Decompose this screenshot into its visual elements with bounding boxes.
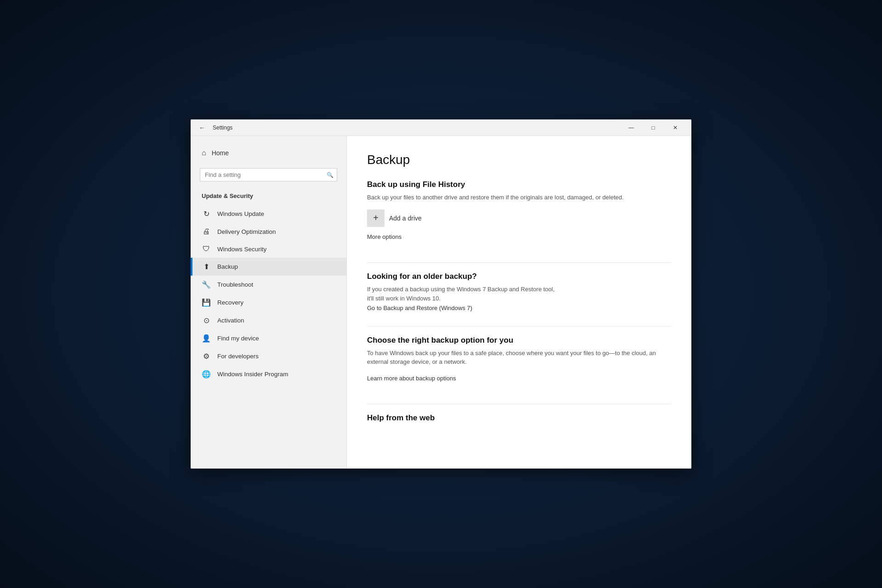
title-bar: ← Settings — □ ✕ [191, 119, 691, 136]
close-button[interactable]: ✕ [665, 120, 686, 135]
developers-icon: ⚙ [202, 352, 211, 361]
delivery-optimization-icon: 🖨 [202, 227, 211, 236]
plus-icon: + [367, 209, 384, 227]
find-device-icon: 👤 [202, 334, 211, 343]
backup-icon: ⬆ [202, 262, 211, 271]
divider-2 [367, 326, 671, 327]
home-icon: ⌂ [202, 149, 206, 157]
older-backup-heading: Looking for an older backup? [367, 272, 671, 281]
recovery-icon: 💾 [202, 298, 211, 307]
title-bar-left: ← Settings [196, 123, 621, 132]
back-button[interactable]: ← [196, 123, 208, 132]
window-title: Settings [213, 124, 232, 131]
content-area: ⌂ Home 🔍 Update & Security ↻ Windows Upd… [191, 136, 691, 469]
activation-icon: ⊙ [202, 316, 211, 325]
older-backup-link[interactable]: Go to Backup and Restore (Windows 7) [367, 304, 472, 313]
sidebar-item-label: Windows Insider Program [217, 371, 288, 378]
home-label: Home [212, 149, 229, 157]
sidebar-section-label: Update & Security [191, 189, 346, 205]
sidebar-item-backup[interactable]: ⬆ Backup [191, 258, 346, 276]
troubleshoot-icon: 🔧 [202, 280, 211, 289]
sidebar-item-label: For developers [217, 353, 259, 360]
maximize-button[interactable]: □ [643, 120, 664, 135]
right-backup-heading: Choose the right backup option for you [367, 336, 671, 345]
file-history-desc: Back up your files to another drive and … [367, 193, 671, 202]
right-backup-desc: To have Windows back up your files to a … [367, 349, 671, 367]
minimize-button[interactable]: — [621, 120, 642, 135]
sidebar-item-label: Troubleshoot [217, 281, 253, 288]
sidebar-item-windows-update[interactable]: ↻ Windows Update [191, 205, 346, 223]
sidebar-item-windows-security[interactable]: 🛡 Windows Security [191, 240, 346, 258]
sidebar-item-label: Delivery Optimization [217, 228, 276, 235]
search-icon: 🔍 [327, 172, 334, 178]
help-web-heading: Help from the web [367, 413, 671, 423]
sidebar: ⌂ Home 🔍 Update & Security ↻ Windows Upd… [191, 136, 347, 469]
sidebar-item-for-developers[interactable]: ⚙ For developers [191, 347, 346, 365]
insider-icon: 🌐 [202, 370, 211, 379]
settings-window: ← Settings — □ ✕ ⌂ Home 🔍 Update & Secur… [191, 119, 691, 469]
sidebar-item-label: Recovery [217, 299, 243, 306]
divider-3 [367, 404, 671, 404]
sidebar-item-label: Windows Security [217, 246, 266, 253]
add-drive-label: Add a drive [389, 215, 422, 222]
divider-1 [367, 262, 671, 263]
page-title: Backup [367, 153, 671, 167]
learn-more-link[interactable]: Learn more about backup options [367, 375, 456, 382]
windows-update-icon: ↻ [202, 209, 211, 218]
older-backup-line1: If you created a backup using the Window… [367, 286, 554, 293]
older-backup-line2: it'll still work in Windows 10. [367, 295, 441, 302]
sidebar-item-home[interactable]: ⌂ Home [191, 145, 346, 161]
add-drive-button[interactable]: + Add a drive [367, 209, 422, 227]
sidebar-item-recovery[interactable]: 💾 Recovery [191, 294, 346, 311]
older-backup-desc: If you created a backup using the Window… [367, 285, 671, 313]
sidebar-item-windows-insider[interactable]: 🌐 Windows Insider Program [191, 365, 346, 383]
sidebar-item-activation[interactable]: ⊙ Activation [191, 311, 346, 329]
sidebar-item-label: Activation [217, 317, 244, 324]
sidebar-item-label: Backup [217, 263, 238, 270]
title-bar-controls: — □ ✕ [621, 120, 686, 135]
sidebar-item-delivery-optimization[interactable]: 🖨 Delivery Optimization [191, 223, 346, 240]
search-input[interactable] [200, 168, 337, 181]
sidebar-item-label: Windows Update [217, 210, 264, 217]
more-options-link[interactable]: More options [367, 233, 401, 240]
sidebar-item-label: Find my device [217, 335, 259, 342]
file-history-heading: Back up using File History [367, 180, 671, 189]
search-box: 🔍 [200, 168, 337, 181]
windows-security-icon: 🛡 [202, 245, 211, 253]
sidebar-item-find-my-device[interactable]: 👤 Find my device [191, 329, 346, 347]
help-web-section: Help from the web [367, 413, 671, 423]
sidebar-item-troubleshoot[interactable]: 🔧 Troubleshoot [191, 276, 346, 294]
main-content: Backup Back up using File History Back u… [347, 136, 691, 469]
